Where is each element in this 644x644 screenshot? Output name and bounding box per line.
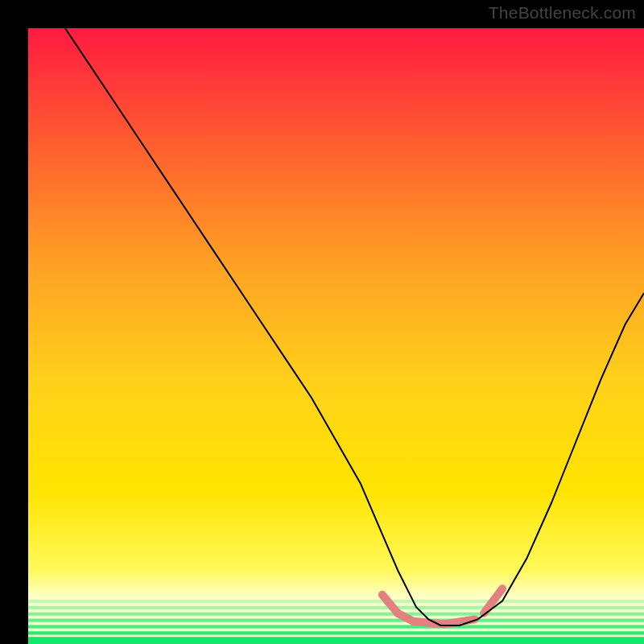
watermark-text: TheBottleneck.com bbox=[489, 3, 636, 23]
svg-rect-6 bbox=[28, 619, 644, 623]
plot-background bbox=[28, 28, 644, 644]
svg-rect-2 bbox=[28, 606, 644, 610]
svg-rect-0 bbox=[28, 600, 644, 604]
svg-rect-4 bbox=[28, 613, 644, 617]
svg-rect-8 bbox=[28, 625, 644, 629]
chart-root: TheBottleneck.com bbox=[0, 0, 644, 644]
svg-rect-7 bbox=[28, 621, 644, 625]
svg-rect-14 bbox=[28, 637, 644, 644]
svg-rect-1 bbox=[28, 603, 644, 607]
svg-rect-10 bbox=[28, 631, 644, 635]
svg-rect-3 bbox=[28, 609, 644, 613]
svg-rect-5 bbox=[28, 616, 644, 620]
chart-canvas bbox=[0, 0, 644, 644]
svg-rect-9 bbox=[28, 628, 644, 632]
